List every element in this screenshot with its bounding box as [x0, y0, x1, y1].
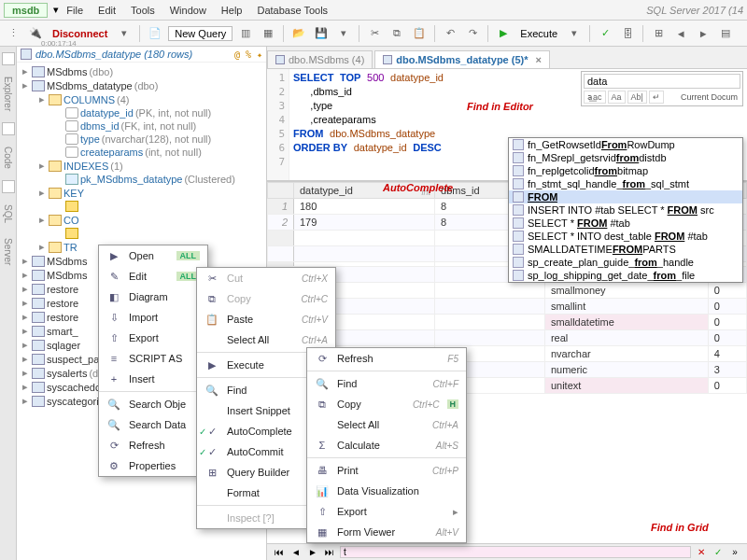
columns-icon[interactable]: ▥ [236, 24, 255, 43]
tree-node[interactable] [17, 227, 266, 240]
tab-msdbms[interactable]: dbo.MSdbms (4) [267, 50, 373, 68]
tree-node[interactable]: pk_MSdbms_datatype(Clustered) [17, 173, 266, 186]
menu-item[interactable]: 📊Data Visualization [307, 481, 466, 501]
autocomplete-item[interactable]: INSERT INTO #tab SELECT * FROM src [509, 203, 742, 217]
apply-icon[interactable]: ✓ [712, 546, 725, 559]
menu-help[interactable]: Help [214, 5, 250, 16]
search-input[interactable] [584, 74, 740, 89]
menu-item[interactable]: ⇧Export▸ [307, 501, 466, 522]
tree-node[interactable]: createparams(int, not null) [17, 146, 266, 159]
menu-tools[interactable]: Tools [123, 5, 162, 16]
tree-node[interactable]: ▸INDEXES(1) [17, 159, 266, 173]
tree-node[interactable]: ▸CO [17, 213, 266, 227]
autocomplete-popup[interactable]: fn_GetRowsetIdFromRowDumpfn_MSrepl_getsr… [508, 137, 743, 283]
menu-database-tools[interactable]: Database Tools [249, 5, 335, 16]
menu-item[interactable]: ✎EditALL [99, 266, 207, 287]
autocomplete-item[interactable]: sp_create_plan_guide_from_handle [509, 256, 742, 269]
search-opt-word[interactable]: Ab| [627, 91, 647, 104]
menu-item[interactable]: ◧Diagram [99, 287, 207, 307]
nav-first-icon[interactable]: ⏮ [273, 546, 286, 559]
menu-item[interactable]: ⟳RefreshF5 [307, 348, 466, 369]
window-icon[interactable]: ⊞ [649, 24, 668, 43]
search-opt-case[interactable]: Aa [608, 91, 626, 104]
form-icon[interactable]: ▤ [716, 24, 735, 43]
menu-file[interactable]: File [59, 5, 91, 16]
close-icon[interactable]: × [536, 54, 542, 65]
menu-item[interactable]: ▶OpenALL [99, 245, 207, 266]
tree-node[interactable]: ▸COLUMNS(4) [17, 92, 266, 106]
tree-node[interactable] [17, 200, 266, 213]
execute-button[interactable]: Execute [516, 27, 561, 40]
tree-node[interactable]: datatype_id(PK, int, not null) [17, 106, 266, 119]
menu-item[interactable]: Select AllCtrl+A [307, 414, 466, 435]
menu-item[interactable]: 🔍Search Data [99, 414, 207, 435]
autocomplete-item[interactable]: fn_GetRowsetIdFromRowDump [509, 138, 742, 151]
doc-icon[interactable]: 📄 [146, 24, 164, 43]
autocomplete-item[interactable]: sp_log_shipping_get_date_from_file [509, 269, 742, 282]
autocomplete-item[interactable]: fn_MSrepl_getsrvidfromdistdb [509, 151, 742, 164]
menu-item[interactable]: ✂CutCtrl+X [197, 268, 335, 288]
ellipsis-icon[interactable]: ⋮ [4, 24, 22, 43]
disconnect-dropdown-icon[interactable]: ▾ [115, 24, 134, 43]
open-icon[interactable]: 📂 [289, 24, 308, 43]
explorer-badges[interactable]: @ % ✦ [234, 49, 262, 60]
autocomplete-item[interactable]: SELECT * FROM #tab [509, 217, 742, 230]
menu-item[interactable]: 📋PasteCtrl+V [197, 309, 335, 329]
tree-node[interactable]: ▸KEY [17, 186, 266, 200]
copy-icon[interactable]: ⧉ [388, 24, 406, 43]
tree-node[interactable]: type(nvarchar(128), not null) [17, 133, 266, 146]
menu-item[interactable]: ΣCalculateAlt+S [307, 435, 466, 455]
autocomplete-item[interactable]: SMALLDATETIMEFROMPARTS [509, 243, 742, 256]
tree-node[interactable]: ▸MSdbms_datatype(dbo) [17, 78, 266, 92]
paste-icon[interactable]: 📋 [410, 24, 429, 43]
nav-next-icon[interactable]: ► [306, 546, 319, 559]
menu-item[interactable]: 🖶PrintCtrl+P [307, 460, 466, 481]
new-query-button[interactable]: New Query [168, 26, 233, 41]
chevron-right-icon[interactable]: » [728, 546, 741, 559]
db-icon[interactable]: 🗄 [618, 24, 637, 43]
search-opt-regex[interactable]: a͟ac [584, 91, 606, 104]
autocomplete-item[interactable]: SELECT * INTO dest_table FROM #tab [509, 230, 742, 243]
menu-window[interactable]: Window [162, 5, 214, 16]
cut-icon[interactable]: ✂ [365, 24, 384, 43]
menu-item[interactable]: ⇧Export [99, 328, 207, 348]
find-panel[interactable]: a͟ac Aa Ab| ↵ Current Docum [581, 71, 743, 106]
save-icon[interactable]: 💾 [312, 24, 331, 43]
rail-code-icon[interactable] [2, 122, 15, 135]
nav-last-icon[interactable]: ⏭ [323, 546, 336, 559]
search-opt-wrap[interactable]: ↵ [649, 91, 664, 104]
menu-item[interactable]: 🔍Search Obje [99, 394, 207, 414]
run-icon[interactable]: ▶ [494, 24, 513, 43]
autocomplete-item[interactable]: fn_stmt_sql_handle_from_sql_stmt [509, 177, 742, 190]
menu-item[interactable]: +Insert [99, 369, 207, 389]
menu-item[interactable]: ⟳Refresh [99, 435, 207, 455]
tree-node[interactable]: dbms_id(FK, int, not null) [17, 119, 266, 133]
db-selector[interactable]: msdb [4, 3, 48, 18]
menu-item[interactable]: ⧉CopyCtrl+C [197, 288, 335, 309]
context-menu-tree[interactable]: ▶OpenALL✎EditALL◧Diagram⇩Import⇧Export≡S… [98, 245, 208, 477]
clear-icon[interactable]: ✕ [695, 546, 708, 559]
context-menu-grid[interactable]: ⟳RefreshF5🔍FindCtrl+F⧉CopyCtrl+CHSelect … [306, 347, 467, 543]
save-dropdown-icon[interactable]: ▾ [334, 24, 353, 43]
menu-item[interactable]: ▦Form ViewerAlt+V [307, 522, 466, 542]
autocomplete-item[interactable]: fn_replgetcolidfrombitmap [509, 164, 742, 177]
menu-item[interactable]: ≡SCRIPT AS [99, 348, 207, 369]
redo-icon[interactable]: ↷ [463, 24, 482, 43]
disconnect-button[interactable]: Disconnect [49, 27, 111, 40]
menu-item[interactable]: ⇩Import [99, 307, 207, 328]
nav-prev-icon[interactable]: ◄ [289, 546, 303, 559]
nav-prev-icon[interactable]: ◄ [671, 24, 690, 43]
menu-item[interactable]: ⧉CopyCtrl+CH [307, 394, 466, 414]
undo-icon[interactable]: ↶ [441, 24, 459, 43]
nav-next-icon[interactable]: ► [694, 24, 712, 43]
check-icon[interactable]: ✓ [596, 24, 614, 43]
menu-item[interactable]: 🔍FindCtrl+F [307, 373, 466, 394]
rail-sql-icon[interactable] [2, 180, 15, 193]
menu-item[interactable]: ⚙Properties [99, 455, 207, 476]
grid-icon[interactable]: ▦ [259, 24, 277, 43]
tree-node[interactable]: ▸MSdbms(dbo) [17, 64, 266, 78]
search-scope[interactable]: Current Docum [678, 91, 740, 103]
autocomplete-item[interactable]: FROM [509, 190, 742, 203]
execute-dropdown-icon[interactable]: ▾ [565, 24, 584, 43]
grid-search-input[interactable] [340, 546, 691, 558]
